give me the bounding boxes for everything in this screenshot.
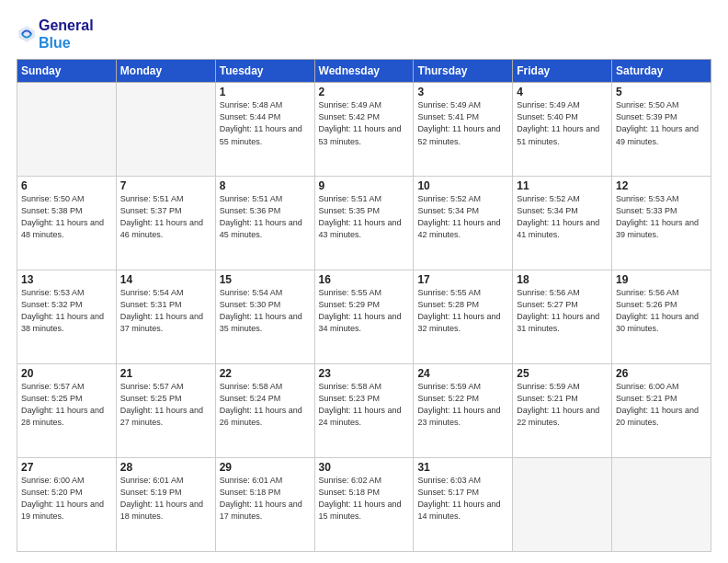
- weekday-monday: Monday: [116, 60, 215, 83]
- week-row-0: 1 Sunrise: 5:48 AMSunset: 5:44 PMDayligh…: [17, 83, 711, 177]
- day-number: 2: [319, 86, 410, 98]
- calendar-cell: 17 Sunrise: 5:55 AMSunset: 5:28 PMDaylig…: [414, 270, 513, 364]
- calendar-cell: 3 Sunrise: 5:49 AMSunset: 5:41 PMDayligh…: [414, 83, 513, 177]
- day-number: 7: [120, 179, 211, 192]
- calendar-cell: 8 Sunrise: 5:51 AMSunset: 5:36 PMDayligh…: [215, 177, 314, 270]
- day-info: Sunrise: 5:58 AMSunset: 5:24 PMDaylight:…: [220, 382, 302, 427]
- calendar-cell: 26 Sunrise: 6:00 AMSunset: 5:21 PMDaylig…: [612, 364, 711, 458]
- day-number: 16: [319, 273, 410, 286]
- weekday-thursday: Thursday: [414, 60, 513, 83]
- day-number: 29: [220, 461, 311, 474]
- day-info: Sunrise: 5:55 AMSunset: 5:29 PMDaylight:…: [319, 288, 402, 333]
- calendar-cell: 13 Sunrise: 5:53 AMSunset: 5:32 PMDaylig…: [17, 270, 117, 364]
- week-row-2: 13 Sunrise: 5:53 AMSunset: 5:32 PMDaylig…: [17, 270, 711, 364]
- day-info: Sunrise: 5:51 AMSunset: 5:37 PMDaylight:…: [120, 194, 203, 239]
- day-info: Sunrise: 5:51 AMSunset: 5:35 PMDaylight:…: [319, 194, 402, 239]
- day-info: Sunrise: 5:58 AMSunset: 5:23 PMDaylight:…: [319, 382, 402, 427]
- calendar-cell: 11 Sunrise: 5:52 AMSunset: 5:34 PMDaylig…: [513, 177, 612, 270]
- day-info: Sunrise: 5:54 AMSunset: 5:30 PMDaylight:…: [220, 288, 302, 333]
- week-row-3: 20 Sunrise: 5:57 AMSunset: 5:25 PMDaylig…: [17, 364, 711, 458]
- day-info: Sunrise: 5:52 AMSunset: 5:34 PMDaylight:…: [417, 194, 500, 239]
- calendar-cell: 27 Sunrise: 6:00 AMSunset: 5:20 PMDaylig…: [17, 458, 117, 552]
- day-number: 28: [120, 461, 211, 474]
- calendar-cell: [116, 83, 215, 177]
- weekday-header-row: SundayMondayTuesdayWednesdayThursdayFrid…: [17, 60, 711, 83]
- logo-icon: [17, 24, 37, 44]
- day-number: 25: [517, 367, 608, 380]
- day-info: Sunrise: 5:56 AMSunset: 5:27 PMDaylight:…: [517, 288, 599, 333]
- day-info: Sunrise: 5:55 AMSunset: 5:28 PMDaylight:…: [417, 288, 500, 333]
- calendar-cell: 4 Sunrise: 5:49 AMSunset: 5:40 PMDayligh…: [513, 83, 612, 177]
- day-info: Sunrise: 5:49 AMSunset: 5:41 PMDaylight:…: [417, 100, 500, 145]
- calendar-cell: 2 Sunrise: 5:49 AMSunset: 5:42 PMDayligh…: [314, 83, 414, 177]
- day-info: Sunrise: 5:53 AMSunset: 5:33 PMDaylight:…: [616, 194, 699, 239]
- day-number: 11: [517, 179, 608, 192]
- day-info: Sunrise: 5:57 AMSunset: 5:25 PMDaylight:…: [21, 382, 104, 427]
- day-number: 31: [417, 461, 508, 474]
- week-row-1: 6 Sunrise: 5:50 AMSunset: 5:38 PMDayligh…: [17, 177, 711, 270]
- day-info: Sunrise: 6:03 AMSunset: 5:17 PMDaylight:…: [417, 476, 500, 521]
- calendar-cell: [17, 83, 117, 177]
- logo: General Blue: [17, 17, 94, 52]
- day-number: 19: [616, 273, 707, 286]
- day-info: Sunrise: 5:53 AMSunset: 5:32 PMDaylight:…: [21, 288, 104, 333]
- calendar-cell: 19 Sunrise: 5:56 AMSunset: 5:26 PMDaylig…: [612, 270, 711, 364]
- day-info: Sunrise: 6:01 AMSunset: 5:18 PMDaylight:…: [220, 476, 302, 521]
- day-number: 6: [21, 179, 112, 192]
- page: General Blue SundayMondayTuesdayWednesda…: [0, 0, 728, 563]
- calendar-cell: 22 Sunrise: 5:58 AMSunset: 5:24 PMDaylig…: [215, 364, 314, 458]
- calendar-cell: 29 Sunrise: 6:01 AMSunset: 5:18 PMDaylig…: [215, 458, 314, 552]
- day-number: 23: [319, 367, 410, 380]
- day-number: 27: [21, 461, 112, 474]
- calendar-cell: 6 Sunrise: 5:50 AMSunset: 5:38 PMDayligh…: [17, 177, 117, 270]
- calendar-cell: 20 Sunrise: 5:57 AMSunset: 5:25 PMDaylig…: [17, 364, 117, 458]
- calendar-cell: [513, 458, 612, 552]
- day-number: 20: [21, 367, 112, 380]
- day-info: Sunrise: 5:57 AMSunset: 5:25 PMDaylight:…: [120, 382, 203, 427]
- day-number: 14: [120, 273, 211, 286]
- calendar-cell: 15 Sunrise: 5:54 AMSunset: 5:30 PMDaylig…: [215, 270, 314, 364]
- calendar-cell: [612, 458, 711, 552]
- day-number: 13: [21, 273, 112, 286]
- day-info: Sunrise: 5:51 AMSunset: 5:36 PMDaylight:…: [220, 194, 302, 239]
- day-number: 21: [120, 367, 211, 380]
- day-number: 17: [417, 273, 508, 286]
- day-info: Sunrise: 5:49 AMSunset: 5:42 PMDaylight:…: [319, 100, 402, 145]
- day-info: Sunrise: 6:01 AMSunset: 5:19 PMDaylight:…: [120, 476, 203, 521]
- calendar-cell: 25 Sunrise: 5:59 AMSunset: 5:21 PMDaylig…: [513, 364, 612, 458]
- day-number: 22: [220, 367, 311, 380]
- day-info: Sunrise: 5:50 AMSunset: 5:38 PMDaylight:…: [21, 194, 104, 239]
- calendar-cell: 5 Sunrise: 5:50 AMSunset: 5:39 PMDayligh…: [612, 83, 711, 177]
- day-number: 24: [417, 367, 508, 380]
- day-info: Sunrise: 5:48 AMSunset: 5:44 PMDaylight:…: [220, 100, 302, 145]
- day-number: 3: [417, 86, 508, 98]
- header: General Blue: [17, 17, 711, 52]
- day-info: Sunrise: 6:00 AMSunset: 5:20 PMDaylight:…: [21, 476, 104, 521]
- day-info: Sunrise: 6:00 AMSunset: 5:21 PMDaylight:…: [616, 382, 699, 427]
- svg-marker-0: [18, 26, 35, 42]
- week-row-4: 27 Sunrise: 6:00 AMSunset: 5:20 PMDaylig…: [17, 458, 711, 552]
- day-number: 18: [517, 273, 608, 286]
- calendar-cell: 12 Sunrise: 5:53 AMSunset: 5:33 PMDaylig…: [612, 177, 711, 270]
- day-number: 8: [220, 179, 311, 192]
- calendar-cell: 9 Sunrise: 5:51 AMSunset: 5:35 PMDayligh…: [314, 177, 414, 270]
- day-info: Sunrise: 5:54 AMSunset: 5:31 PMDaylight:…: [120, 288, 203, 333]
- calendar-cell: 31 Sunrise: 6:03 AMSunset: 5:17 PMDaylig…: [414, 458, 513, 552]
- day-number: 15: [220, 273, 311, 286]
- calendar-cell: 1 Sunrise: 5:48 AMSunset: 5:44 PMDayligh…: [215, 83, 314, 177]
- day-info: Sunrise: 6:02 AMSunset: 5:18 PMDaylight:…: [319, 476, 402, 521]
- day-number: 1: [220, 86, 311, 98]
- day-number: 4: [517, 86, 608, 98]
- calendar-cell: 28 Sunrise: 6:01 AMSunset: 5:19 PMDaylig…: [116, 458, 215, 552]
- calendar-cell: 14 Sunrise: 5:54 AMSunset: 5:31 PMDaylig…: [116, 270, 215, 364]
- day-number: 9: [319, 179, 410, 192]
- day-number: 12: [616, 179, 707, 192]
- calendar-cell: 16 Sunrise: 5:55 AMSunset: 5:29 PMDaylig…: [314, 270, 414, 364]
- day-number: 30: [319, 461, 410, 474]
- calendar-cell: 21 Sunrise: 5:57 AMSunset: 5:25 PMDaylig…: [116, 364, 215, 458]
- calendar-cell: 18 Sunrise: 5:56 AMSunset: 5:27 PMDaylig…: [513, 270, 612, 364]
- calendar-cell: 24 Sunrise: 5:59 AMSunset: 5:22 PMDaylig…: [414, 364, 513, 458]
- day-info: Sunrise: 5:59 AMSunset: 5:22 PMDaylight:…: [417, 382, 500, 427]
- calendar-cell: 7 Sunrise: 5:51 AMSunset: 5:37 PMDayligh…: [116, 177, 215, 270]
- weekday-wednesday: Wednesday: [314, 60, 414, 83]
